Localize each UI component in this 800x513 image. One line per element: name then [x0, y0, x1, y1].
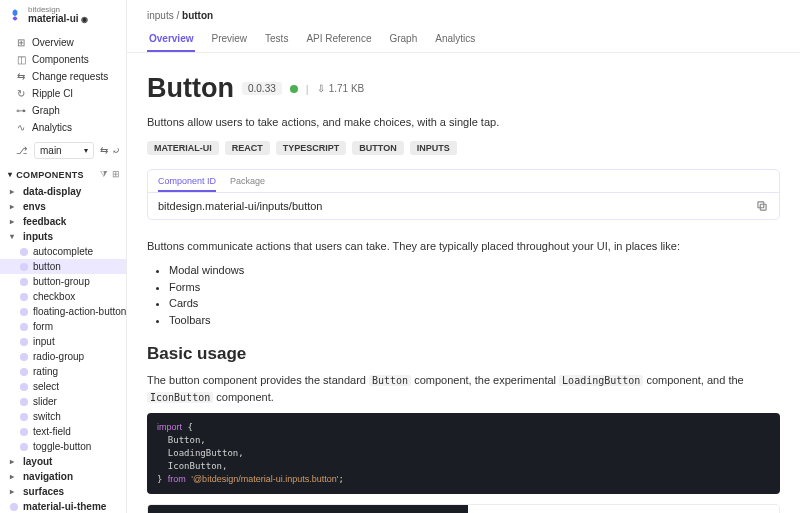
sidebar-nav-ripple-ci[interactable]: ↻Ripple CI — [0, 85, 126, 102]
tree-group-feedback[interactable]: ▸feedback — [0, 214, 126, 229]
sidebar-nav-change-requests[interactable]: ⇆Change requests — [0, 68, 126, 85]
copy-icon[interactable] — [755, 199, 769, 213]
branch-row: ⎇ main ▾ ⇆ ⤾ — [0, 138, 126, 163]
sidebar: bitdesign material-ui ◉ ⊞Overview◫Compon… — [0, 0, 127, 513]
list-item: Forms — [169, 279, 780, 296]
status-dot-icon — [290, 85, 298, 93]
usage-text: The button component provides the standa… — [147, 372, 780, 405]
chevron-down-icon[interactable]: ▾ — [8, 170, 12, 179]
nav-label: Components — [32, 54, 89, 65]
tree-item-toggle-button[interactable]: toggle-button — [0, 439, 126, 454]
compare-icon[interactable]: ⇆ — [100, 145, 108, 156]
tree-group-layout[interactable]: ▸layout — [0, 454, 126, 469]
tree-label: checkbox — [33, 291, 75, 302]
tree-item-radio-group[interactable]: radio-group — [0, 349, 126, 364]
filter-icon[interactable]: ⧩ — [100, 169, 108, 180]
tab-preview[interactable]: Preview — [209, 29, 249, 52]
tag[interactable]: TYPESCRIPT — [276, 141, 347, 155]
tree-group-surfaces[interactable]: ▸surfaces — [0, 484, 126, 499]
playground: () => ( <"tok-attr">class="tok-comp">Sta… — [147, 504, 780, 513]
tree-item-button[interactable]: button — [0, 259, 126, 274]
component-dot-icon — [20, 263, 28, 271]
component-dot-icon — [20, 383, 28, 391]
tree-item-input[interactable]: input — [0, 334, 126, 349]
add-icon[interactable]: ⊞ — [112, 169, 120, 180]
chevron-right-icon: ▸ — [10, 472, 18, 481]
tag-row: MATERIAL-UIREACTTYPESCRIPTBUTTONINPUTS — [147, 141, 780, 155]
tab-component-id[interactable]: Component ID — [158, 174, 216, 192]
breadcrumb-parent[interactable]: inputs — [147, 10, 174, 21]
tree-label: navigation — [23, 471, 73, 482]
tag[interactable]: MATERIAL-UI — [147, 141, 219, 155]
tree-label: button — [33, 261, 61, 272]
tree-label: button-group — [33, 276, 90, 287]
size-info: ⇩1.71 KB — [317, 83, 365, 94]
tab-tests[interactable]: Tests — [263, 29, 290, 52]
tree-label: text-field — [33, 426, 71, 437]
playground-preview: BUTTON ◌ 🗑 — [468, 505, 779, 513]
tree-item-form[interactable]: form — [0, 319, 126, 334]
content-tabs: OverviewPreviewTestsAPI ReferenceGraphAn… — [127, 29, 800, 53]
tree-item-checkbox[interactable]: checkbox — [0, 289, 126, 304]
page-title: Button — [147, 73, 234, 104]
tag[interactable]: BUTTON — [352, 141, 403, 155]
tree-item-floating-action-button[interactable]: floating-action-button — [0, 304, 126, 319]
tree-item-switch[interactable]: switch — [0, 409, 126, 424]
tab-graph[interactable]: Graph — [387, 29, 419, 52]
tree-group-envs[interactable]: ▸envs — [0, 199, 126, 214]
sidebar-nav-components[interactable]: ◫Components — [0, 51, 126, 68]
list-item: Toolbars — [169, 312, 780, 329]
sidebar-nav-analytics[interactable]: ∿Analytics — [0, 119, 126, 136]
chevron-right-icon: ▸ — [10, 202, 18, 211]
tree-label: data-display — [23, 186, 81, 197]
component-dot-icon — [20, 293, 28, 301]
download-icon: ⇩ — [317, 83, 325, 94]
tree-label: input — [33, 336, 55, 347]
tree-label: rating — [33, 366, 58, 377]
placement-list: Modal windowsFormsCardsToolbars — [147, 262, 780, 328]
tree-item-slider[interactable]: slider — [0, 394, 126, 409]
tree-group-inputs[interactable]: ▾inputs — [0, 229, 126, 244]
workspace-header[interactable]: bitdesign material-ui ◉ — [0, 0, 126, 32]
chevron-right-icon: ▸ — [10, 187, 18, 196]
component-dot-icon — [10, 503, 18, 511]
tree-item-button-group[interactable]: button-group — [0, 274, 126, 289]
component-dot-icon — [20, 308, 28, 316]
graph-icon: ⊶ — [16, 106, 26, 116]
branch-name: main — [40, 145, 62, 156]
tree-group-material-ui-theme[interactable]: material-ui-theme — [0, 499, 126, 513]
tree-item-autocomplete[interactable]: autocomplete — [0, 244, 126, 259]
component-dot-icon — [20, 443, 28, 451]
chevron-right-icon: ▸ — [10, 217, 18, 226]
tag[interactable]: INPUTS — [410, 141, 457, 155]
analytics-icon: ∿ — [16, 123, 26, 133]
tree-label: inputs — [23, 231, 53, 242]
components-tree: ▸data-display▸envs▸feedback▾inputsautoco… — [0, 184, 126, 513]
tab-api[interactable]: API Reference — [304, 29, 373, 52]
branch-selector[interactable]: main ▾ — [34, 142, 94, 159]
component-id-card: Component ID Package bitdesign.material-… — [147, 169, 780, 220]
tree-label: slider — [33, 396, 57, 407]
tab-overview[interactable]: Overview — [147, 29, 195, 52]
tag[interactable]: REACT — [225, 141, 270, 155]
tree-item-select[interactable]: select — [0, 379, 126, 394]
component-dot-icon — [20, 278, 28, 286]
tree-group-data-display[interactable]: ▸data-display — [0, 184, 126, 199]
tree-item-text-field[interactable]: text-field — [0, 424, 126, 439]
tree-label: autocomplete — [33, 246, 93, 257]
version-badge[interactable]: 0.0.33 — [242, 82, 282, 95]
tree-item-rating[interactable]: rating — [0, 364, 126, 379]
sidebar-nav-overview[interactable]: ⊞Overview — [0, 34, 126, 51]
sidebar-nav-graph[interactable]: ⊶Graph — [0, 102, 126, 119]
tab-package[interactable]: Package — [230, 174, 265, 192]
page-description: Buttons allow users to take actions, and… — [147, 114, 780, 131]
tab-analytics[interactable]: Analytics — [433, 29, 477, 52]
tree-label: form — [33, 321, 53, 332]
body-intro: Buttons communicate actions that users c… — [147, 238, 780, 255]
playground-code[interactable]: () => ( <"tok-attr">class="tok-comp">Sta… — [148, 505, 468, 513]
main-panel: inputs / button OverviewPreviewTestsAPI … — [127, 0, 800, 513]
history-icon[interactable]: ⤾ — [112, 145, 120, 156]
content-area: Button 0.0.33 | ⇩1.71 KB Buttons allow u… — [127, 53, 800, 513]
tree-group-navigation[interactable]: ▸navigation — [0, 469, 126, 484]
component-dot-icon — [20, 248, 28, 256]
